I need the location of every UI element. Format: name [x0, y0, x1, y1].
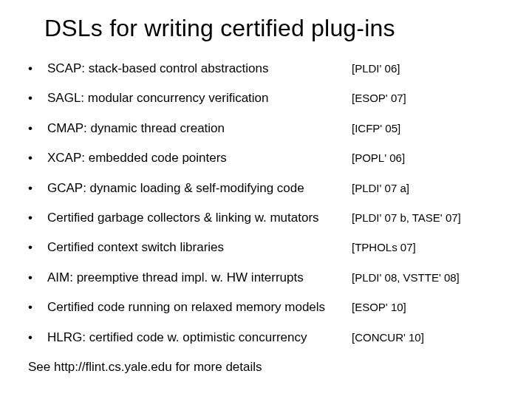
list-item: • HLRG: certified code w. optimistic con… — [27, 330, 505, 345]
item-citation: [CONCUR' 10] — [352, 331, 505, 344]
item-citation: [PLDI' 06] — [352, 62, 505, 75]
item-citation: [PLDI' 07 b, TASE' 07] — [352, 211, 505, 225]
item-description: Certified code running on relaxed memory… — [47, 300, 352, 315]
bullet-icon: • — [27, 121, 47, 136]
list-item: • XCAP: embedded code pointers [POPL' 06… — [27, 151, 505, 166]
item-description: Certified garbage collectors & linking w… — [47, 211, 352, 225]
item-description: CMAP: dynamic thread creation — [47, 121, 352, 136]
bullet-list: • SCAP: stack-based control abstractions… — [27, 61, 505, 345]
list-item: • SAGL: modular concurrency verification… — [27, 91, 505, 106]
bullet-icon: • — [27, 91, 47, 106]
slide-footer: See http://flint.cs.yale.edu for more de… — [28, 360, 505, 375]
item-citation: [ICFP' 05] — [352, 122, 505, 135]
list-item: • CMAP: dynamic thread creation [ICFP' 0… — [27, 121, 505, 136]
item-citation: [ESOP' 07] — [352, 92, 505, 105]
item-description: HLRG: certified code w. optimistic concu… — [47, 330, 352, 345]
item-description: SCAP: stack-based control abstractions — [47, 61, 352, 76]
slide: DSLs for writing certified plug-ins • SC… — [0, 0, 532, 399]
bullet-icon: • — [27, 61, 47, 76]
slide-title: DSLs for writing certified plug-ins — [44, 15, 505, 42]
item-citation: [PLDI' 08, VSTTE' 08] — [352, 271, 505, 284]
bullet-icon: • — [27, 240, 47, 255]
bullet-icon: • — [27, 211, 47, 225]
bullet-icon: • — [27, 181, 47, 196]
list-item: • Certified garbage collectors & linking… — [27, 211, 505, 225]
bullet-icon: • — [27, 270, 47, 285]
bullet-icon: • — [27, 151, 47, 166]
list-item: • AIM: preemptive thread impl. w. HW int… — [27, 270, 505, 285]
item-description: Certified context switch libraries — [47, 240, 352, 255]
item-description: XCAP: embedded code pointers — [47, 151, 352, 166]
list-item: • Certified code running on relaxed memo… — [27, 300, 505, 315]
item-description: SAGL: modular concurrency verification — [47, 91, 352, 106]
item-description: GCAP: dynamic loading & self-modifying c… — [47, 181, 352, 196]
item-citation: [TPHOLs 07] — [352, 241, 505, 254]
item-description: AIM: preemptive thread impl. w. HW inter… — [47, 270, 352, 285]
item-citation: [POPL' 06] — [352, 151, 505, 165]
item-citation: [ESOP' 10] — [352, 301, 505, 314]
item-citation: [PLDI' 07 a] — [352, 182, 505, 195]
list-item: • GCAP: dynamic loading & self-modifying… — [27, 181, 505, 196]
list-item: • Certified context switch libraries [TP… — [27, 240, 505, 255]
bullet-icon: • — [27, 300, 47, 315]
list-item: • SCAP: stack-based control abstractions… — [27, 61, 505, 76]
bullet-icon: • — [27, 330, 47, 345]
